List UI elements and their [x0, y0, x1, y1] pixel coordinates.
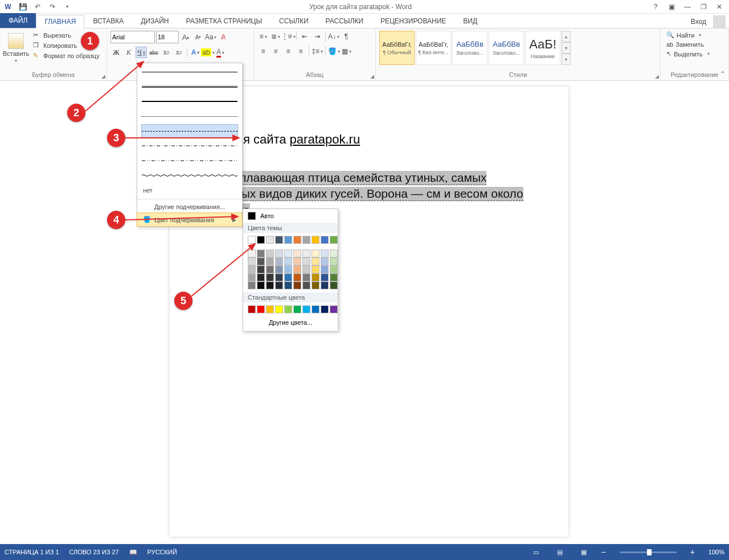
status-words[interactable]: СЛОВО 23 ИЗ 27 — [69, 549, 119, 555]
color-swatch[interactable] — [284, 265, 292, 273]
color-swatch[interactable] — [248, 281, 256, 289]
font-name-select[interactable] — [110, 31, 155, 43]
subscript-button[interactable]: x2 — [161, 47, 172, 58]
color-swatch[interactable] — [266, 257, 274, 265]
underline-style-double[interactable] — [142, 80, 237, 93]
document-area[interactable]: Урок для сайта paratapok.ru — водоплаваю… — [0, 81, 729, 544]
read-mode-icon[interactable]: ▭ — [529, 546, 543, 558]
color-swatch[interactable] — [321, 236, 329, 244]
qat-customize-icon[interactable]: ▾ — [62, 1, 73, 13]
text-effects-icon[interactable]: A — [190, 47, 201, 58]
color-swatch[interactable] — [312, 265, 320, 273]
color-swatch[interactable] — [284, 257, 292, 265]
color-swatch[interactable] — [321, 265, 329, 273]
shading-icon[interactable]: 🪣 — [328, 46, 339, 57]
underline-style-wave[interactable] — [142, 169, 237, 182]
shrink-font-icon[interactable]: A▾ — [193, 31, 204, 43]
more-underlines-item[interactable]: Другие подчеркивания... — [137, 201, 242, 213]
color-swatch[interactable] — [293, 273, 301, 281]
web-layout-icon[interactable]: ▦ — [577, 546, 591, 558]
more-colors-item[interactable]: Другие цвета... — [243, 316, 338, 329]
align-center-icon[interactable]: ≡ — [270, 46, 281, 57]
tab-design[interactable]: ДИЗАЙН — [132, 14, 177, 28]
tab-view[interactable]: ВИД — [454, 14, 486, 28]
sort-icon[interactable]: A↓ — [328, 31, 339, 42]
color-swatch[interactable] — [275, 305, 283, 313]
ribbon-display-icon[interactable]: ▣ — [664, 1, 679, 13]
zoom-in-icon[interactable]: + — [690, 547, 695, 557]
style-item[interactable]: АаБбВвГг,¶ Обычный — [379, 31, 415, 65]
color-swatch[interactable] — [275, 236, 283, 244]
color-swatch[interactable] — [257, 305, 265, 313]
grow-font-icon[interactable]: A▴ — [180, 31, 191, 43]
strikethrough-button[interactable]: abc — [148, 47, 159, 58]
color-swatch[interactable] — [293, 305, 301, 313]
save-icon[interactable]: 💾 — [17, 1, 28, 13]
restore-icon[interactable]: ❐ — [696, 1, 711, 13]
minimize-icon[interactable]: — — [680, 1, 695, 13]
color-swatch[interactable] — [275, 257, 283, 265]
color-swatch[interactable] — [266, 236, 274, 244]
color-swatch[interactable] — [330, 257, 338, 265]
color-swatch[interactable] — [321, 281, 329, 289]
color-swatch[interactable] — [302, 257, 310, 265]
color-swatch[interactable] — [266, 265, 274, 273]
color-swatch[interactable] — [248, 250, 256, 257]
undo-icon[interactable]: ↶ — [32, 1, 43, 13]
color-swatch[interactable] — [312, 257, 320, 265]
color-swatch[interactable] — [266, 273, 274, 281]
color-swatch[interactable] — [312, 250, 320, 257]
collapse-ribbon-icon[interactable]: ⌃ — [720, 70, 726, 78]
align-left-icon[interactable]: ≡ — [257, 46, 269, 57]
color-swatch[interactable] — [266, 305, 274, 313]
zoom-level[interactable]: 100% — [708, 549, 724, 555]
zoom-slider[interactable] — [620, 551, 677, 553]
print-layout-icon[interactable]: ▤ — [553, 546, 567, 558]
style-item[interactable]: АаБбВвЗаголово... — [489, 31, 524, 65]
color-swatch[interactable] — [248, 265, 256, 273]
color-swatch[interactable] — [266, 250, 274, 257]
redo-icon[interactable]: ↷ — [47, 1, 58, 13]
show-marks-icon[interactable]: ¶ — [341, 31, 352, 42]
color-swatch[interactable] — [302, 250, 310, 257]
color-swatch[interactable] — [284, 305, 292, 313]
color-swatch[interactable] — [266, 281, 274, 289]
bold-button[interactable]: Ж — [110, 47, 122, 58]
color-swatch[interactable] — [321, 273, 329, 281]
tab-mailings[interactable]: РАССЫЛКИ — [317, 14, 372, 28]
color-swatch[interactable] — [248, 236, 256, 244]
color-swatch[interactable] — [293, 250, 301, 257]
color-swatch[interactable] — [312, 305, 320, 313]
color-swatch[interactable] — [257, 281, 265, 289]
gallery-scroll-button[interactable]: ▾ — [562, 42, 571, 54]
color-swatch[interactable] — [312, 273, 320, 281]
color-swatch[interactable] — [293, 281, 301, 289]
color-swatch[interactable] — [275, 273, 283, 281]
underline-color-item[interactable]: 🪣 Цвет подчеркивания ▶ — [137, 213, 242, 226]
justify-icon[interactable]: ≡ — [295, 46, 306, 57]
tab-home[interactable]: ГЛАВНАЯ — [36, 15, 84, 28]
gallery-scroll-button[interactable]: ▾ — [562, 54, 571, 65]
format-painter-button[interactable]: Формат по образцу — [31, 51, 102, 60]
color-swatch[interactable] — [330, 236, 338, 244]
underline-style-dash-dot-dot[interactable] — [142, 154, 237, 167]
tab-layout[interactable]: РАЗМЕТКА СТРАНИЦЫ — [178, 14, 271, 28]
color-swatch[interactable] — [284, 281, 292, 289]
avatar-icon[interactable] — [713, 15, 726, 28]
clear-formatting-icon[interactable]: A̷ — [218, 31, 229, 43]
color-swatch[interactable] — [302, 305, 310, 313]
color-swatch[interactable] — [330, 250, 338, 257]
underline-style-thick[interactable] — [142, 95, 237, 108]
highlight-icon[interactable]: ab — [202, 47, 214, 58]
color-swatch[interactable] — [248, 273, 256, 281]
color-swatch[interactable] — [284, 250, 292, 257]
tab-references[interactable]: ССЫЛКИ — [271, 14, 317, 28]
color-swatch[interactable] — [257, 265, 265, 273]
tab-insert[interactable]: ВСТАВКА — [84, 14, 132, 28]
underline-style-none[interactable]: нет — [142, 184, 237, 197]
color-swatch[interactable] — [330, 273, 338, 281]
color-swatch[interactable] — [302, 265, 310, 273]
color-auto-item[interactable]: Авто — [243, 209, 338, 223]
color-swatch[interactable] — [330, 305, 338, 313]
change-case-icon[interactable]: Aa — [205, 31, 216, 43]
